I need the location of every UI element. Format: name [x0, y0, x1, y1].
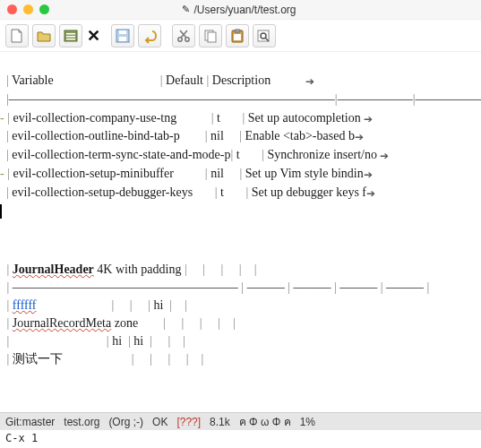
copy-button[interactable]: [199, 24, 222, 47]
flycheck-ok: OK: [152, 416, 167, 428]
svg-rect-13: [234, 34, 241, 40]
svg-rect-6: [119, 37, 126, 41]
undo-button[interactable]: [138, 24, 161, 47]
svg-rect-1: [66, 33, 75, 35]
window-max-button[interactable]: [39, 4, 49, 14]
window-path: /Users/yuan/t/test.org: [193, 4, 296, 16]
toolbar: ✕: [0, 20, 481, 52]
echo-text: C-x 1: [5, 432, 38, 444]
titlebar: ✎ /Users/yuan/t/test.org: [0, 0, 481, 20]
flycheck-unknown: [???]: [176, 416, 201, 428]
svg-rect-10: [208, 32, 216, 42]
cell-ffffff: ffffff: [13, 298, 37, 312]
svg-rect-12: [235, 30, 240, 32]
window-min-button[interactable]: [23, 4, 33, 14]
kill-buffer-button[interactable]: ✕: [86, 26, 100, 46]
cut-button[interactable]: [172, 24, 195, 47]
svg-rect-3: [66, 39, 75, 40]
size-segment: 8.1k: [210, 416, 230, 428]
modified-icon: ✎: [182, 4, 190, 15]
modeline: Git:master test.org (Org ;-) OK [???] 8.…: [0, 412, 481, 430]
cell-journalheader: JournalHeader: [13, 263, 94, 276]
open-file-button[interactable]: [32, 24, 56, 47]
search-button[interactable]: [253, 24, 276, 47]
percent-segment: 1%: [300, 416, 315, 428]
save-button[interactable]: [111, 24, 134, 47]
svg-rect-2: [66, 36, 75, 38]
file-segment: test.org: [64, 416, 99, 428]
text-cursor: [0, 204, 2, 219]
cell-journalrecordmeta: JournalRecordMeta: [13, 316, 111, 330]
minibuffer[interactable]: C-x 1: [0, 430, 481, 448]
buffer-area[interactable]: | Variable | Default | Description ➔ |——…: [0, 52, 481, 412]
mode-segment: (Org ;-): [108, 416, 143, 428]
nyan-segment: ค Φ ω Φ ค: [239, 413, 291, 430]
window-close-button[interactable]: [7, 4, 17, 14]
new-file-button[interactable]: [5, 24, 29, 47]
svg-rect-5: [119, 30, 126, 34]
dired-button[interactable]: [59, 24, 82, 47]
git-segment: Git:master: [5, 416, 55, 428]
window-title: ✎ /Users/yuan/t/test.org: [49, 4, 429, 16]
paste-button[interactable]: [226, 24, 249, 47]
